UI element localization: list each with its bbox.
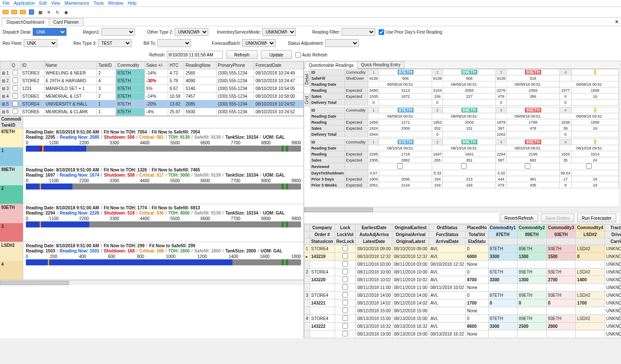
menu-application[interactable]: Application bbox=[14, 1, 35, 6]
region-select[interactable] bbox=[101, 28, 135, 36]
reclock-check[interactable] bbox=[342, 308, 348, 313]
status-adjustment-select[interactable] bbox=[325, 39, 359, 47]
q-check[interactable] bbox=[13, 93, 18, 99]
order-row[interactable]: 3STORE408/12/2018 14:0008/12/2018 14:00A… bbox=[304, 292, 621, 299]
grid-col[interactable]: Q bbox=[10, 62, 21, 69]
menubar[interactable]: FileApplicationEditViewMaintenanceToolsW… bbox=[0, 0, 621, 7]
menu-tools[interactable]: Tools bbox=[94, 1, 104, 6]
lock-check[interactable] bbox=[342, 269, 348, 274]
grid-col[interactable]: Commodity bbox=[116, 62, 145, 69]
reclock-check[interactable] bbox=[342, 261, 348, 267]
reviewed-check[interactable] bbox=[461, 163, 467, 169]
refresh-icon[interactable]: ↻ bbox=[53, 8, 61, 16]
grid-col[interactable]: TankID bbox=[97, 62, 116, 69]
order-row[interactable]: 14322108/12/2018 14:0208/12/2018 14:02AV… bbox=[304, 299, 621, 307]
reviewed-check[interactable] bbox=[525, 163, 530, 169]
ord-col[interactable]: EarliestDate bbox=[356, 224, 392, 231]
ord-col[interactable]: Company bbox=[310, 224, 335, 231]
grid-col[interactable]: Sales +/- bbox=[145, 62, 168, 69]
q-check[interactable] bbox=[13, 78, 18, 83]
lock-check[interactable] bbox=[342, 246, 348, 251]
order-row[interactable]: 08/13/2018 19:0008/13/2018 19:0008/13/20… bbox=[304, 330, 621, 338]
order-row[interactable]: 4STORE408/13/2018 15:0008/13/2018 15:00A… bbox=[304, 315, 621, 323]
refresh-time-input[interactable] bbox=[167, 51, 223, 59]
reclock-check[interactable] bbox=[342, 284, 348, 290]
lock-check[interactable] bbox=[342, 292, 348, 298]
order-row[interactable]: 1STORE408/10/2018 09:0008/10/2018 09:00A… bbox=[304, 245, 621, 253]
refresh-button[interactable]: Refresh bbox=[226, 50, 257, 59]
ord-col[interactable]: Commodity1 bbox=[488, 224, 518, 231]
menu-view[interactable]: View bbox=[51, 1, 60, 6]
delete-icon[interactable]: ✕ bbox=[45, 8, 53, 16]
rev-type-3-select[interactable]: TEST bbox=[98, 39, 132, 47]
open-icon[interactable] bbox=[2, 8, 9, 16]
menu-help[interactable]: Help bbox=[128, 1, 137, 6]
grid-col[interactable]: Name bbox=[44, 62, 97, 69]
open2-icon[interactable] bbox=[10, 8, 18, 16]
site-row[interactable]: ⊞ 31231MANIFOLD SET + 1387ETH5%8.675140(… bbox=[0, 85, 304, 93]
revert-refresh-button[interactable]: Revert/Refresh bbox=[500, 214, 538, 222]
sites-grid[interactable]: QIDNameTankIDCommoditySales +/-HTCReadin… bbox=[0, 61, 304, 116]
qr-h-scroll[interactable] bbox=[304, 207, 619, 212]
site-row[interactable]: ⊞ 2STORE2E 29TH & HARVARD487ETH-30%5.784… bbox=[0, 77, 304, 85]
order-row[interactable]: 08/11/2018 11:0008/11/2018 11:0008/11/20… bbox=[304, 284, 621, 292]
orders-grid[interactable]: CompanyLockEarliestDateOriginalEarliestO… bbox=[304, 224, 619, 338]
copy-icon[interactable]: ▦ bbox=[36, 8, 44, 16]
order-row[interactable]: 14322208/13/2018 16:3208/13/2018 16:32AV… bbox=[304, 323, 621, 330]
order-row[interactable]: 08/11/2018 03:0008/11/2018 03:0008/10/20… bbox=[304, 261, 621, 268]
ord-col[interactable]: Lock bbox=[335, 224, 356, 231]
tab-close-icon[interactable]: ✕ bbox=[615, 19, 618, 24]
open3-icon[interactable] bbox=[19, 8, 27, 16]
reading-filter-select[interactable] bbox=[342, 28, 375, 36]
order-row[interactable]: ▸14321908/10/2018 12:3208/10/2018 12:32A… bbox=[304, 253, 621, 261]
order-row[interactable]: 14322008/11/2018 10:0208/11/2018 10:02AV… bbox=[304, 276, 621, 284]
grid-col[interactable]: HTC bbox=[168, 62, 184, 69]
tab-questionable-readings[interactable]: Questionable Readings bbox=[305, 62, 358, 69]
ord-col[interactable]: PlacedHo bbox=[465, 224, 488, 231]
dispatch-desk-select[interactable]: UNK bbox=[33, 28, 66, 36]
grid-col[interactable]: PrimaryPhone bbox=[216, 62, 254, 69]
ord-col[interactable] bbox=[304, 224, 310, 231]
tab-quick-reading-entry[interactable]: Quick Reading Entry bbox=[357, 61, 405, 68]
site-row[interactable]: ⊞ 1STORE3WHEELING & NEER287ETH-14%4.7225… bbox=[0, 69, 304, 77]
tab-card-planner[interactable]: Card Planner bbox=[49, 18, 84, 26]
bill-to-select[interactable] bbox=[157, 39, 191, 47]
order-row[interactable]: 08/12/2018 15:0008/12/2018 15:00NoneUNKN… bbox=[304, 307, 621, 315]
ord-col[interactable]: OrdStatus bbox=[429, 224, 466, 231]
site-row[interactable]: ⊞ 5STORE4UNIVERSITY & HALL187ETH-20%13.8… bbox=[0, 100, 304, 108]
menu-edit[interactable]: Edit bbox=[39, 1, 47, 6]
lock-check[interactable] bbox=[342, 315, 348, 321]
lockvol-check[interactable] bbox=[342, 277, 348, 282]
site-row[interactable]: ⊞ 4STORE1MEMORIAL & 1ST287ETH-14%10.5874… bbox=[0, 93, 304, 100]
grid-col[interactable]: ID bbox=[21, 62, 44, 69]
side-tab-detail[interactable]: Detail bbox=[304, 72, 310, 87]
ord-col[interactable]: Commodity2 bbox=[518, 224, 547, 231]
q-check[interactable] bbox=[13, 101, 18, 106]
lockvol-check[interactable] bbox=[342, 253, 348, 259]
save-icon[interactable] bbox=[28, 8, 35, 16]
ord-col[interactable]: Commodity4 bbox=[576, 224, 605, 231]
reclock-check[interactable] bbox=[342, 331, 348, 336]
ord-col[interactable]: Commodity3 bbox=[546, 224, 576, 231]
use-prior-day-checkbox[interactable] bbox=[379, 29, 384, 35]
q-check[interactable] bbox=[13, 85, 18, 91]
run-forecaster-button[interactable]: Run Forecaster bbox=[577, 214, 616, 222]
other-type-2-select[interactable]: UNKNOWN bbox=[175, 28, 208, 36]
site-row[interactable]: ⊞ 6STORE5MEMORIAL & CLARK187ETH-4%25.975… bbox=[0, 108, 304, 116]
menu-maintenance[interactable]: Maintenance bbox=[65, 1, 89, 6]
save-orders-button[interactable]: Save Orders bbox=[541, 214, 574, 222]
q-check[interactable] bbox=[13, 109, 18, 114]
q-check[interactable] bbox=[13, 70, 18, 75]
lockvol-check[interactable] bbox=[342, 323, 348, 329]
reviewed-check[interactable] bbox=[397, 163, 403, 169]
menu-file[interactable]: File bbox=[3, 1, 9, 6]
stop-icon[interactable]: ◉ bbox=[62, 8, 70, 16]
ord-col[interactable]: Tractor bbox=[605, 224, 621, 231]
left-h-scroll[interactable] bbox=[0, 280, 304, 285]
order-row[interactable]: 2STORE408/11/2018 10:0008/11/2018 10:00A… bbox=[304, 268, 621, 276]
rev-fleet-select[interactable]: UNK bbox=[24, 39, 57, 47]
tab-dispatch[interactable]: DispatchDashboard bbox=[2, 18, 49, 26]
reviewed-check[interactable] bbox=[586, 163, 592, 169]
ord-col[interactable]: OriginalEarliest bbox=[392, 224, 429, 231]
forecast-batch-select[interactable]: UNKNOWN bbox=[242, 39, 276, 47]
